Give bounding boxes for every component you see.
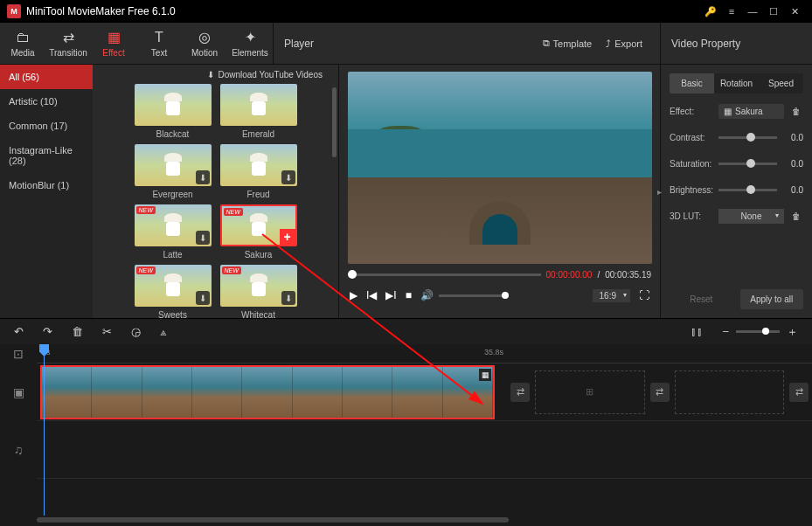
brightness-slider[interactable] (718, 189, 777, 191)
zoom-slider[interactable] (736, 330, 780, 333)
delete-lut-button[interactable]: 🗑 (789, 209, 803, 223)
category-item[interactable]: Instagram-Like (28) (0, 138, 93, 173)
brightness-label: Brightness: (670, 185, 713, 195)
download-effect-button[interactable]: ⬇ (196, 231, 210, 245)
download-effect-button[interactable]: ⬇ (196, 170, 210, 184)
fullscreen-button[interactable]: ⛶ (639, 289, 649, 301)
effect-item[interactable]: Emerald (220, 84, 297, 139)
effect-thumbnail[interactable]: NEW⬇ (135, 265, 212, 307)
effect-label: Latte (163, 250, 182, 260)
effect-thumbnail[interactable] (135, 84, 212, 126)
tab-motion[interactable]: ◎Motion (182, 23, 227, 64)
effect-chip[interactable]: ▦Sakura (718, 104, 784, 119)
effect-thumbnail[interactable]: NEW⬇ (135, 204, 212, 246)
delete-effect-button[interactable]: 🗑 (789, 104, 803, 118)
contrast-slider[interactable] (718, 136, 777, 139)
download-youtube-link[interactable]: ⬇Download YouTube Videos (207, 70, 323, 80)
category-item[interactable]: MotionBlur (1) (0, 173, 93, 197)
video-track[interactable]: ▦ ⇄ ⊞ ⇄ ⇄ (37, 363, 812, 421)
tab-effect[interactable]: ▦Effect (91, 23, 136, 64)
next-frame-button[interactable]: ▶I (385, 289, 396, 301)
play-button[interactable]: ▶ (350, 289, 357, 301)
effect-thumbnail[interactable]: NEW+ (220, 204, 297, 246)
transition-slot[interactable]: ⇄ (510, 383, 530, 402)
prop-tab-basic[interactable]: Basic (670, 73, 714, 93)
effect-item[interactable]: ⬇Evergreen (135, 144, 212, 199)
split-button[interactable]: ✂ (102, 325, 112, 338)
effect-item[interactable]: NEW⬇Latte (135, 204, 212, 260)
player-seekbar[interactable]: 00:00:00.00 / 00:00:35.19 (348, 266, 651, 283)
prev-frame-button[interactable]: I◀ (366, 289, 377, 301)
maximize-button[interactable]: ☐ (763, 3, 784, 20)
audio-track[interactable] (37, 421, 812, 479)
prop-tab-speed[interactable]: Speed (759, 73, 803, 93)
saturation-slider[interactable] (718, 163, 777, 165)
minimize-button[interactable]: — (742, 3, 763, 20)
export-button[interactable]: ⤴Export (599, 35, 649, 52)
transition-slot[interactable]: ⇄ (789, 383, 809, 402)
add-effect-button[interactable]: + (280, 229, 295, 245)
apply-all-button[interactable]: Apply to all (740, 289, 804, 309)
category-item[interactable]: All (56) (0, 65, 93, 89)
delete-button[interactable]: 🗑 (72, 325, 83, 338)
undo-button[interactable]: ↶ (14, 325, 24, 338)
empty-clip-slot[interactable] (675, 370, 785, 414)
download-effect-button[interactable]: ⬇ (281, 291, 295, 305)
effect-item[interactable]: NEW⬇Whitecat (220, 265, 297, 318)
volume-slider[interactable] (439, 294, 509, 297)
effect-thumbnail[interactable]: NEW⬇ (220, 265, 297, 307)
time-sep: / (597, 270, 600, 280)
lut-select[interactable]: None (718, 209, 784, 224)
audio-settings-icon[interactable]: ⫿⫿ (691, 325, 703, 338)
crop-button[interactable]: ⟁ (160, 325, 167, 338)
effect-item[interactable]: NEW⬇Sweets (135, 265, 212, 318)
effect-item[interactable]: ⬇Freud (220, 144, 297, 199)
titlebar: M MiniTool MovieMaker Free 6.1.0 🔑 ≡ — ☐… (0, 0, 812, 23)
effect-item[interactable]: NEW+Sakura (220, 204, 297, 260)
aspect-ratio-select[interactable]: 16:9 (593, 289, 630, 302)
category-item[interactable]: Common (17) (0, 114, 93, 138)
template-button[interactable]: ⧉Template (536, 34, 600, 52)
download-icon: ⬇ (207, 70, 214, 80)
timeline-ruler[interactable]: 0s 35.8s (37, 344, 812, 363)
effect-thumbnail[interactable]: ⬇ (135, 144, 212, 186)
effect-thumbnail[interactable]: ⬇ (220, 144, 297, 186)
property-header: Video Property (660, 23, 812, 64)
empty-clip-slot[interactable]: ⊞ (535, 370, 645, 414)
transition-slot[interactable]: ⇄ (650, 383, 670, 402)
fit-button[interactable]: ⊡ (0, 344, 37, 363)
effects-scrollbar[interactable] (332, 87, 337, 157)
expand-chevron-icon[interactable]: ▸ (657, 187, 662, 197)
menu-icon[interactable]: ≡ (721, 3, 742, 20)
player-title: Player (284, 38, 536, 50)
volume-icon[interactable]: 🔊 (420, 289, 434, 301)
video-preview[interactable] (348, 72, 652, 264)
playhead[interactable] (44, 344, 45, 516)
download-effect-button[interactable]: ⬇ (281, 170, 295, 184)
effect-label: Freud (246, 190, 269, 199)
tab-text[interactable]: TText (136, 23, 182, 64)
current-time: 00:00:00.00 (546, 270, 593, 280)
new-badge: NEW (136, 266, 156, 274)
zoom-in-button[interactable]: ＋ (787, 324, 798, 340)
speed-tool-button[interactable]: ◶ (131, 325, 141, 338)
download-effect-button[interactable]: ⬇ (196, 291, 210, 305)
tab-elements[interactable]: ✦Elements (227, 23, 273, 64)
reset-button[interactable]: Reset (670, 289, 733, 309)
clip-effect-icon[interactable]: ▦ (479, 369, 491, 381)
prop-tab-rotation[interactable]: Rotation (714, 73, 759, 93)
redo-button[interactable]: ↷ (43, 325, 52, 338)
stop-button[interactable]: ■ (406, 289, 412, 301)
tab-media[interactable]: 🗀Media (0, 23, 45, 64)
video-clip[interactable]: ▦ (40, 365, 495, 419)
effect-item[interactable]: Blackcat (135, 84, 212, 139)
close-button[interactable]: ✕ (784, 3, 805, 20)
zoom-out-button[interactable]: − (722, 325, 729, 338)
category-item[interactable]: Artistic (10) (0, 89, 93, 114)
timeline-scrollbar[interactable] (37, 517, 509, 523)
player-panel: 00:00:00.00 / 00:00:35.19 ▶ I◀ ▶I ■ 🔊 16… (338, 65, 660, 318)
effect-thumbnail[interactable] (220, 84, 297, 126)
tab-transition[interactable]: ⇄Transition (45, 23, 91, 64)
effects-grid: BlackcatEmerald⬇Evergreen⬇FreudNEW⬇Latte… (100, 84, 331, 318)
key-icon[interactable]: 🔑 (700, 3, 721, 20)
